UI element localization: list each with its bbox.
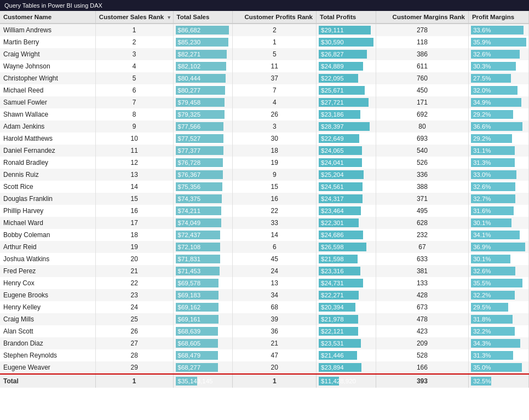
cell-profit-margins: 32.7% bbox=[468, 193, 528, 205]
cell-margins-rank: 692 bbox=[376, 108, 468, 120]
cell-total-sales: $80,277 bbox=[173, 84, 233, 96]
cell-total-profits: $30,590 bbox=[317, 36, 376, 48]
cell-total-profits: $20,394 bbox=[317, 301, 376, 313]
cell-profit-margins: 35.0% bbox=[468, 361, 528, 374]
cell-sales-rank: 22 bbox=[95, 277, 173, 289]
cell-total-profits: $21,598 bbox=[317, 253, 376, 265]
cell-customer-name: Scott Rice bbox=[0, 181, 95, 193]
cell-sales-rank: 27 bbox=[95, 337, 173, 349]
cell-margins-rank: 673 bbox=[376, 301, 468, 313]
cell-profit-margins: 30.1% bbox=[468, 217, 528, 229]
cell-total-sales: $86,682 bbox=[173, 24, 233, 36]
cell-total-sales: $76,367 bbox=[173, 169, 233, 181]
cell-profits-rank: 45 bbox=[233, 253, 317, 265]
cell-sales-rank: 23 bbox=[95, 289, 173, 301]
cell-margins-rank: 133 bbox=[376, 277, 468, 289]
cell-total-sales: $68,639 bbox=[173, 325, 233, 337]
cell-sales-rank: 28 bbox=[95, 349, 173, 361]
cell-margins-rank: 232 bbox=[376, 229, 468, 241]
cell-profits-rank: 20 bbox=[233, 361, 317, 374]
cell-sales-rank: 9 bbox=[95, 120, 173, 133]
cell-total-profits: $29,111 bbox=[317, 24, 376, 36]
table-row: Ronald Bradley12$76,72819$24,04152631.3% bbox=[0, 157, 529, 169]
table-row: Stephen Reynolds28$68,47947$21,44652831.… bbox=[0, 349, 529, 361]
footer-total-profits: $11,428,920 bbox=[317, 374, 376, 388]
cell-profit-margins: 29.5% bbox=[468, 301, 528, 313]
footer-sales-rank: 1 bbox=[95, 374, 173, 388]
cell-profit-margins: 27.5% bbox=[468, 72, 528, 84]
cell-total-sales: $68,277 bbox=[173, 361, 233, 374]
table-row: Michael Reed6$80,2777$25,67145032.0% bbox=[0, 84, 529, 96]
cell-profit-margins: 34.3% bbox=[468, 337, 528, 349]
cell-profit-margins: 32.2% bbox=[468, 325, 528, 337]
cell-profits-rank: 2 bbox=[233, 24, 317, 36]
col-customer-name[interactable]: Customer Name bbox=[0, 11, 95, 24]
cell-profit-margins: 36.6% bbox=[468, 120, 528, 133]
cell-total-sales: $69,161 bbox=[173, 313, 233, 325]
cell-profit-margins: 31.3% bbox=[468, 349, 528, 361]
table-row: Eugene Brooks23$69,18334$22,27142832.2% bbox=[0, 289, 529, 301]
cell-total-profits: $24,065 bbox=[317, 145, 376, 157]
cell-profit-margins: 34.9% bbox=[468, 96, 528, 108]
cell-profit-margins: 29.2% bbox=[468, 108, 528, 120]
cell-margins-rank: 423 bbox=[376, 325, 468, 337]
cell-total-sales: $85,230 bbox=[173, 36, 233, 48]
table-row: Brandon Diaz27$68,60521$23,53120934.3% bbox=[0, 337, 529, 349]
cell-sales-rank: 10 bbox=[95, 133, 173, 145]
cell-margins-rank: 528 bbox=[376, 349, 468, 361]
cell-total-profits: $24,317 bbox=[317, 193, 376, 205]
cell-profits-rank: 39 bbox=[233, 313, 317, 325]
cell-customer-name: Daniel Fernandez bbox=[0, 145, 95, 157]
cell-margins-rank: 540 bbox=[376, 145, 468, 157]
cell-customer-name: Stephen Reynolds bbox=[0, 349, 95, 361]
col-profits-rank[interactable]: Customer Profits Rank bbox=[233, 11, 317, 24]
cell-margins-rank: 209 bbox=[376, 337, 468, 349]
cell-total-profits: $25,671 bbox=[317, 84, 376, 96]
cell-sales-rank: 19 bbox=[95, 241, 173, 253]
cell-total-sales: $82,102 bbox=[173, 60, 233, 72]
footer-profits-rank: 1 bbox=[233, 374, 317, 388]
cell-margins-rank: 336 bbox=[376, 169, 468, 181]
cell-sales-rank: 17 bbox=[95, 217, 173, 229]
cell-sales-rank: 8 bbox=[95, 108, 173, 120]
cell-profits-rank: 18 bbox=[233, 145, 317, 157]
cell-customer-name: Michael Reed bbox=[0, 84, 95, 96]
col-margins-rank[interactable]: Customer Margins Rank bbox=[376, 11, 468, 24]
cell-profits-rank: 22 bbox=[233, 205, 317, 217]
cell-profits-rank: 5 bbox=[233, 48, 317, 60]
cell-total-sales: $74,049 bbox=[173, 217, 233, 229]
cell-total-profits: $22,649 bbox=[317, 133, 376, 145]
cell-profit-margins: 32.6% bbox=[468, 265, 528, 277]
cell-customer-name: Arthur Reid bbox=[0, 241, 95, 253]
cell-customer-name: Eugene Weaver bbox=[0, 361, 95, 374]
cell-total-profits: $27,721 bbox=[317, 96, 376, 108]
col-sales-rank[interactable]: Customer Sales Rank ▼ bbox=[95, 11, 173, 24]
cell-total-profits: $22,095 bbox=[317, 72, 376, 84]
cell-customer-name: Shawn Wallace bbox=[0, 108, 95, 120]
cell-customer-name: Samuel Fowler bbox=[0, 96, 95, 108]
cell-margins-rank: 628 bbox=[376, 217, 468, 229]
cell-profits-rank: 1 bbox=[233, 36, 317, 48]
table-container[interactable]: Customer Name Customer Sales Rank ▼ Tota… bbox=[0, 11, 529, 420]
footer-label: Total bbox=[0, 374, 95, 388]
cell-profits-rank: 33 bbox=[233, 217, 317, 229]
cell-margins-rank: 495 bbox=[376, 205, 468, 217]
cell-customer-name: Fred Perez bbox=[0, 265, 95, 277]
footer-margins-rank: 393 bbox=[376, 374, 468, 388]
cell-total-sales: $69,578 bbox=[173, 277, 233, 289]
cell-sales-rank: 1 bbox=[95, 24, 173, 36]
cell-profits-rank: 4 bbox=[233, 96, 317, 108]
cell-profits-rank: 3 bbox=[233, 120, 317, 133]
cell-profit-margins: 29.2% bbox=[468, 133, 528, 145]
cell-total-profits: $22,301 bbox=[317, 217, 376, 229]
cell-customer-name: Eugene Brooks bbox=[0, 289, 95, 301]
cell-profit-margins: 31.6% bbox=[468, 205, 528, 217]
col-profit-margins[interactable]: Profit Margins bbox=[468, 11, 528, 24]
cell-customer-name: Henry Kelley bbox=[0, 301, 95, 313]
cell-margins-rank: 278 bbox=[376, 24, 468, 36]
col-total-profits[interactable]: Total Profits bbox=[317, 11, 376, 24]
cell-margins-rank: 171 bbox=[376, 96, 468, 108]
table-row: Arthur Reid19$72,1086$26,5986736.9% bbox=[0, 241, 529, 253]
col-total-sales[interactable]: Total Sales bbox=[173, 11, 233, 24]
table-row: Alan Scott26$68,63936$22,12142332.2% bbox=[0, 325, 529, 337]
